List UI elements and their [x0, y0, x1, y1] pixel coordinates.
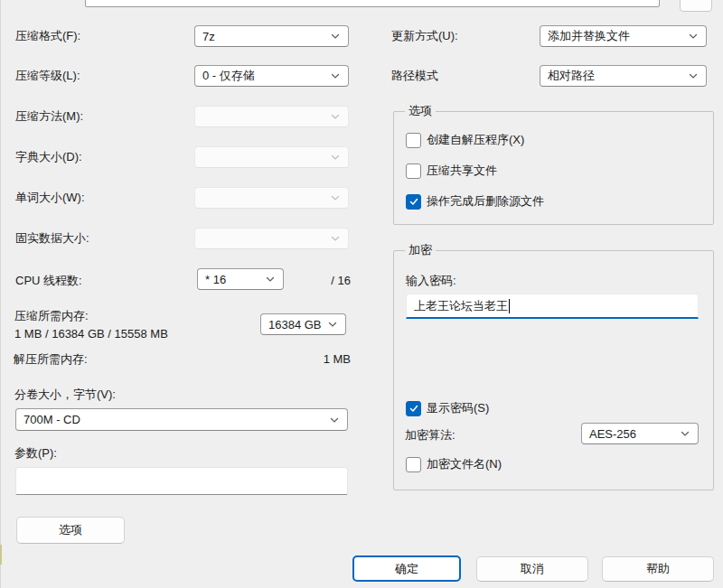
chevron-down-icon [330, 31, 341, 42]
path-mode-value: 相对路径 [548, 68, 688, 84]
compression-level-label: 压缩等级(L): [15, 69, 80, 83]
chevron-down-icon [330, 70, 341, 81]
text-caret [509, 299, 510, 313]
dictionary-size-select [194, 146, 349, 168]
encryption-group-title: 加密 [405, 243, 436, 257]
cpu-threads-value: * 16 [205, 273, 265, 286]
memory-decompress-value: 1 MB [307, 352, 351, 367]
shared-files-checkbox-label: 压缩共享文件 [427, 163, 497, 179]
cpu-threads-label: CPU 线程数: [15, 274, 82, 288]
show-password-checkbox[interactable]: 显示密码(S) [406, 400, 489, 416]
chevron-down-icon [330, 192, 341, 203]
options-group-title: 选项 [405, 104, 436, 118]
cancel-button-label: 取消 [521, 561, 544, 577]
path-mode-label: 路径模式 [391, 69, 438, 83]
encryption-method-value: AES-256 [589, 427, 680, 441]
memory-compress-detail: 1 MB / 16384 GB / 15558 MB [14, 327, 168, 341]
chevron-down-icon [330, 111, 341, 122]
shared-files-checkbox[interactable]: 压缩共享文件 [406, 163, 497, 179]
update-mode-label: 更新方式(U): [391, 29, 458, 43]
password-label: 输入密码: [406, 274, 456, 288]
options-button-label: 选项 [59, 522, 82, 538]
solid-block-size-select [194, 228, 349, 249]
encrypt-filenames-checkbox[interactable]: 加密文件名(N) [406, 456, 502, 472]
checkbox-icon [406, 163, 421, 179]
ok-button-label: 确定 [395, 561, 418, 577]
browse-button-fragment[interactable] [680, 0, 712, 12]
volume-size-combobox[interactable]: 700M - CD [15, 408, 348, 431]
memory-compress-label: 压缩所需内存: [14, 309, 89, 323]
delete-after-compress-checkbox-label: 操作完成后删除源文件 [427, 193, 544, 210]
memory-compress-select[interactable]: 16384 GB [260, 313, 346, 335]
help-button-label: 帮助 [646, 561, 670, 577]
encryption-method-select[interactable]: AES-256 [581, 423, 699, 444]
chevron-down-icon [265, 274, 276, 285]
parameters-input[interactable] [15, 467, 348, 495]
compression-method-label: 压缩方法(M): [15, 109, 83, 124]
delete-after-compress-checkbox[interactable]: 操作完成后删除源文件 [406, 193, 544, 210]
checkbox-icon [406, 457, 421, 472]
chevron-down-icon [330, 152, 341, 163]
show-password-checkbox-label: 显示密码(S) [427, 400, 489, 416]
cancel-button[interactable]: 取消 [476, 556, 588, 582]
left-edge-fragment [0, 545, 2, 565]
volume-size-value: 700M - CD [23, 413, 329, 426]
compression-format-select[interactable]: 7z [194, 25, 349, 47]
word-size-select [194, 187, 349, 209]
help-button[interactable]: 帮助 [602, 556, 714, 582]
cpu-threads-select[interactable]: * 16 [197, 268, 284, 290]
update-mode-value: 添加并替换文件 [548, 28, 688, 44]
checkbox-icon [406, 401, 421, 416]
chevron-down-icon [329, 415, 340, 425]
encrypt-filenames-checkbox-label: 加密文件名(N) [427, 456, 502, 472]
memory-decompress-label: 解压所需内存: [14, 352, 88, 367]
volume-size-label: 分卷大小，字节(V): [14, 387, 116, 402]
password-value: 上老王论坛当老王 [414, 298, 508, 314]
checkbox-icon [406, 194, 421, 210]
dictionary-size-label: 字典大小(D): [15, 150, 82, 164]
update-mode-select[interactable]: 添加并替换文件 [540, 25, 707, 47]
parameters-label: 参数(P): [14, 446, 57, 461]
memory-compress-value: 16384 GB [268, 318, 327, 331]
password-input[interactable]: 上老王论坛当老王 [406, 294, 699, 319]
compression-format-value: 7z [202, 30, 330, 43]
chevron-down-icon [327, 319, 338, 330]
compression-format-label: 压缩格式(F): [15, 29, 80, 43]
encryption-method-label: 加密算法: [405, 428, 455, 443]
sfx-checkbox[interactable]: 创建自解压程序(X) [406, 132, 524, 148]
compression-level-value: 0 - 仅存储 [202, 68, 330, 84]
cpu-threads-max: / 16 [321, 274, 351, 288]
left-edge-line [0, 0, 1, 588]
compression-level-select[interactable]: 0 - 仅存储 [194, 65, 349, 87]
solid-block-size-label: 固实数据大小: [15, 231, 89, 246]
compression-method-select [194, 106, 349, 127]
chevron-down-icon [688, 70, 699, 81]
options-button[interactable]: 选项 [16, 517, 125, 544]
chevron-down-icon [680, 428, 690, 439]
sfx-checkbox-label: 创建自解压程序(X) [427, 132, 524, 148]
path-mode-select[interactable]: 相对路径 [540, 65, 707, 87]
checkbox-icon [406, 133, 421, 148]
ok-button[interactable]: 确定 [352, 555, 461, 582]
archive-name-input[interactable] [85, 0, 660, 7]
word-size-label: 单词大小(W): [15, 191, 85, 205]
chevron-down-icon [688, 31, 699, 42]
chevron-down-icon [330, 233, 341, 244]
